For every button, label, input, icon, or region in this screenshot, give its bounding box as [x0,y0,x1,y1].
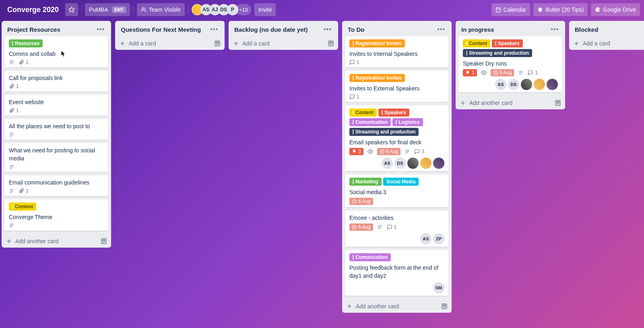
list-header: In progress ••• [456,21,565,35]
card-members: ASZP [349,233,444,244]
card[interactable]: MarketingSocial MediaSocial media 3 6 Au… [345,174,448,207]
comment-icon [349,59,355,65]
cards-container: ContentSpeakersStreaming and productionS… [456,35,565,96]
card-title: Converge Theme [9,213,104,221]
label-social[interactable]: Social Media [383,178,419,186]
list-menu-button[interactable]: ••• [548,25,561,34]
label-marketing[interactable]: Marketing [349,178,382,186]
template-icon [555,100,561,106]
list-title[interactable]: Questions For Next Meeting [121,26,201,33]
list: In progress ••• ContentSpeakersStreaming… [456,21,565,109]
board-canvas: Project Resources ••• ResourcesComms and… [0,19,644,328]
avatar[interactable]: AS [420,233,431,244]
board-header: Converge 2020 PuMBA ENT Team Visible AS … [0,0,644,19]
card-title: What we need for posting to social media [9,146,104,162]
label-registration[interactable]: Registration/ Invites [349,39,405,47]
card[interactable]: All the places we need to post to [5,119,108,140]
label-content[interactable]: Content [349,109,377,117]
add-card-label: Add another card [356,303,399,310]
label-content[interactable]: Content [9,203,36,211]
avatar[interactable]: ZP [433,233,444,244]
create-from-template-button[interactable] [328,40,334,47]
list-menu-button[interactable]: ••• [435,25,448,34]
label-speakers[interactable]: Speakers [378,109,409,117]
avatar[interactable] [433,158,444,169]
add-card-button[interactable]: Add a card [115,37,225,50]
label-streaming[interactable]: Streaming and production [463,49,532,57]
label-logistics[interactable]: Logistics [392,118,423,126]
list-title[interactable]: In progress [461,26,494,33]
create-from-template-button[interactable] [441,303,448,310]
create-from-template-button[interactable] [101,238,107,244]
due-badge: 6 Aug [349,198,373,205]
butler-button[interactable]: Butler (20 Tips) [533,3,588,16]
create-from-template-button[interactable] [214,40,221,47]
avatar[interactable]: AS [382,158,393,169]
label-registration[interactable]: Registration/ Invites [349,74,405,82]
avatar[interactable] [534,79,545,90]
label-streaming[interactable]: Streaming and production [349,128,419,136]
calendar-button[interactable]: Calendar [491,3,530,16]
org-button[interactable]: PuMBA ENT [85,3,130,16]
avatar[interactable]: DS [394,158,406,169]
card[interactable]: ContentSpeakersStreaming and productionS… [459,36,562,92]
gdrive-button[interactable]: Google Drive [591,3,640,16]
card[interactable]: What we need for posting to social media [5,143,108,172]
list-title[interactable]: To Do [348,26,364,33]
visibility-button[interactable]: Team Visible [137,3,185,16]
list-menu-button[interactable]: ••• [208,25,221,34]
avatar[interactable] [521,79,532,90]
list-header: Questions For Next Meeting ••• [115,21,225,35]
list-title[interactable]: Project Resources [7,26,60,33]
add-card-button[interactable]: Add another card [2,235,111,248]
add-card-button[interactable]: Add a card [569,37,644,50]
avatar[interactable] [407,158,419,169]
card[interactable]: Emcee - activities 6 Aug 1ASZP [345,211,448,247]
card[interactable]: ContentSpeakersComunicationLogisticsStre… [345,105,448,171]
add-card-label: Add another card [469,100,512,106]
card-title: Invites to Internal Speakers [349,50,444,58]
label-comunication[interactable]: Comunication [349,253,391,261]
list-title[interactable]: Backlog (no due date yet) [234,26,308,33]
avatar[interactable] [420,158,431,169]
list-menu-button[interactable]: ••• [94,25,107,34]
add-card-button[interactable]: Add another card [456,96,565,109]
create-from-template-button[interactable] [555,100,561,106]
star-button[interactable] [65,3,78,16]
card[interactable]: Email communication guidelines 1 [5,175,108,196]
clock-icon [352,199,357,204]
label-content[interactable]: Content [463,39,490,47]
card[interactable]: Event website 1 [5,95,108,116]
avatar[interactable]: SM [433,282,444,293]
comment-icon [387,224,392,230]
list-header: To Do ••• [342,21,452,35]
list-menu-button[interactable]: ••• [321,25,334,34]
card[interactable]: Registration/ InvitesInvites to External… [345,71,448,102]
card-title: Event website [9,98,104,106]
avatar[interactable]: DS [508,79,519,90]
clock-icon [380,149,384,154]
add-card-button[interactable]: Add another card [342,300,452,313]
clock-icon [352,225,357,230]
more-members[interactable]: +10 [236,4,251,15]
list-title[interactable]: Blocked [575,26,598,33]
label-comunication[interactable]: Comunication [349,118,391,126]
card[interactable]: ResourcesComms and collab 1 [5,36,108,68]
board-title[interactable]: Converge 2020 [4,4,62,16]
avatar[interactable] [547,79,558,90]
menu-icon: ••• [437,26,445,33]
card[interactable]: Call for proposals link 1 [5,71,108,92]
template-icon [101,238,107,244]
add-card-label: Add another card [15,238,58,244]
label-speakers[interactable]: Speakers [492,39,522,47]
add-card-button[interactable]: Add a card [229,37,338,50]
team-icon [141,7,147,12]
invite-button[interactable]: Invite [254,3,276,16]
card[interactable]: ComunicationPosting feedback form at the… [345,250,448,296]
svg-marker-0 [69,7,74,12]
svg-point-54 [483,72,485,74]
avatar[interactable]: AS [495,79,506,90]
card[interactable]: Registration/ InvitesInvites to Internal… [345,36,448,68]
card[interactable]: ContentConverge Theme [5,199,108,231]
label-resources[interactable]: Resources [9,39,43,47]
